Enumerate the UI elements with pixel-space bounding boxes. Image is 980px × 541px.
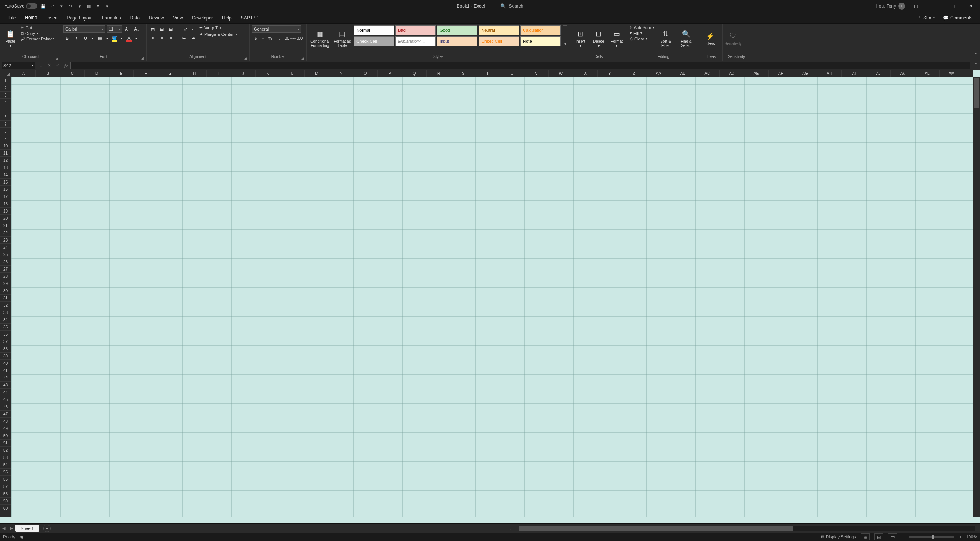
row-header[interactable]: 10 (0, 142, 11, 150)
column-header[interactable]: B (36, 70, 60, 77)
zoom-in-icon[interactable]: + (959, 535, 961, 539)
insert-function-icon[interactable]: fx (62, 63, 70, 68)
row-header[interactable]: 9 (0, 135, 11, 142)
column-header[interactable]: AH (817, 70, 842, 77)
row-header[interactable]: 15 (0, 179, 11, 186)
chevron-down-icon[interactable]: ▾ (102, 27, 103, 31)
column-header[interactable]: G (158, 70, 182, 77)
column-header[interactable]: AG (793, 70, 817, 77)
column-header[interactable]: K (256, 70, 280, 77)
scrollbar-thumb[interactable] (974, 78, 979, 108)
horizontal-scrollbar[interactable] (519, 526, 975, 531)
page-layout-view-icon[interactable]: ▤ (874, 533, 883, 540)
row-header[interactable]: 24 (0, 244, 11, 251)
cut-button[interactable]: ✂Cut (21, 25, 54, 30)
column-header[interactable]: AK (891, 70, 915, 77)
align-right-icon[interactable]: ≡ (167, 34, 175, 42)
column-header[interactable]: D (85, 70, 109, 77)
column-header[interactable]: S (451, 70, 475, 77)
column-header[interactable]: F (134, 70, 158, 77)
macro-record-icon[interactable]: ◉ (20, 535, 24, 539)
column-header[interactable]: Y (598, 70, 622, 77)
borders-dropdown-icon[interactable]: ▾ (105, 34, 109, 42)
autosave-toggle[interactable]: AutoSave (5, 3, 37, 9)
bold-button[interactable]: B (63, 34, 71, 42)
dialog-launcher-icon[interactable]: ◢ (56, 56, 58, 60)
underline-dropdown-icon[interactable]: ▾ (91, 34, 95, 42)
sheet-split-icon[interactable]: ⋮ (507, 526, 514, 531)
row-header[interactable]: 16 (0, 186, 11, 193)
underline-button[interactable]: U (82, 34, 89, 42)
column-header[interactable]: N (329, 70, 353, 77)
row-header[interactable]: 6 (0, 113, 11, 121)
column-header[interactable]: AC (695, 70, 720, 77)
column-header[interactable]: AA (646, 70, 671, 77)
row-header[interactable]: 13 (0, 164, 11, 171)
maximize-button[interactable]: ▢ (945, 0, 960, 12)
search-box[interactable]: 🔍 Search (500, 3, 524, 9)
row-header[interactable]: 59 (0, 498, 11, 505)
row-header[interactable]: 36 (0, 331, 11, 338)
decrease-decimal-icon[interactable]: ←.00 (294, 34, 301, 42)
row-header[interactable]: 46 (0, 403, 11, 411)
row-header[interactable]: 54 (0, 461, 11, 469)
comma-format-icon[interactable]: , (276, 34, 283, 42)
align-middle-icon[interactable]: ⬓ (158, 25, 166, 33)
undo-icon[interactable]: ↶ (49, 3, 56, 10)
column-header[interactable]: I (207, 70, 231, 77)
orientation-icon[interactable]: ⤢ (182, 25, 189, 33)
wrap-text-button[interactable]: ↩Wrap Text (199, 25, 237, 30)
fill-button[interactable]: ▾Fill▾ (630, 31, 654, 35)
row-header[interactable]: 29 (0, 280, 11, 287)
align-left-icon[interactable]: ≡ (149, 34, 156, 42)
row-header[interactable]: 31 (0, 295, 11, 302)
column-header[interactable]: R (427, 70, 451, 77)
tab-developer[interactable]: Developer (187, 13, 218, 23)
chevron-down-icon[interactable]: ▾ (653, 26, 654, 29)
decrease-indent-icon[interactable]: ⇤ (180, 34, 188, 42)
row-header[interactable]: 14 (0, 171, 11, 179)
row-header[interactable]: 11 (0, 150, 11, 157)
row-header[interactable]: 48 (0, 418, 11, 425)
tab-data[interactable]: Data (126, 13, 144, 23)
dialog-launcher-icon[interactable]: ◢ (301, 56, 304, 60)
row-header[interactable]: 45 (0, 396, 11, 403)
row-header[interactable]: 23 (0, 237, 11, 244)
normal-view-icon[interactable]: ▦ (861, 533, 870, 540)
copy-button[interactable]: ⧉Copy▾ (21, 31, 54, 36)
italic-button[interactable]: I (73, 34, 80, 42)
name-box[interactable]: S42▾ (2, 62, 35, 69)
sensitivity-button[interactable]: 🛡Sensitivity (725, 25, 741, 52)
expand-formula-bar-icon[interactable]: ˅ (972, 63, 980, 68)
row-header[interactable]: 34 (0, 316, 11, 324)
increase-font-icon[interactable]: A↑ (124, 25, 131, 33)
accounting-dropdown-icon[interactable]: ▾ (261, 34, 265, 42)
column-header[interactable]: P (378, 70, 402, 77)
column-header[interactable]: AI (842, 70, 866, 77)
row-header[interactable]: 7 (0, 121, 11, 128)
share-button[interactable]: ⇪ Share (914, 14, 939, 22)
column-header[interactable]: A (11, 70, 36, 77)
cell-styles-more-icon[interactable]: ▾ (563, 25, 567, 46)
tab-help[interactable]: Help (218, 13, 236, 23)
row-header[interactable]: 21 (0, 222, 11, 229)
row-header[interactable]: 37 (0, 338, 11, 345)
scrollbar-thumb[interactable] (519, 526, 793, 531)
font-size-combo[interactable]: 11▾ (107, 25, 122, 33)
fill-color-dropdown-icon[interactable]: ▾ (120, 34, 124, 42)
row-header[interactable]: 40 (0, 360, 11, 367)
conditional-formatting-button[interactable]: ▦ Conditional Formatting (309, 25, 331, 52)
find-select-button[interactable]: 🔍Find & Select (677, 25, 695, 52)
chevron-down-icon[interactable]: ▾ (235, 32, 237, 36)
style-good[interactable]: Good (437, 25, 477, 35)
column-header[interactable]: O (353, 70, 378, 77)
style-input[interactable]: Input (437, 36, 477, 46)
tab-sap-ibp[interactable]: SAP IBP (236, 13, 263, 23)
percent-format-icon[interactable]: % (266, 34, 274, 42)
row-header[interactable]: 19 (0, 208, 11, 215)
sheet-tab[interactable]: Sheet1 (15, 525, 39, 532)
row-header[interactable]: 52 (0, 447, 11, 454)
row-header[interactable]: 30 (0, 287, 11, 295)
row-header[interactable]: 33 (0, 309, 11, 316)
style-note[interactable]: Note (520, 36, 561, 46)
